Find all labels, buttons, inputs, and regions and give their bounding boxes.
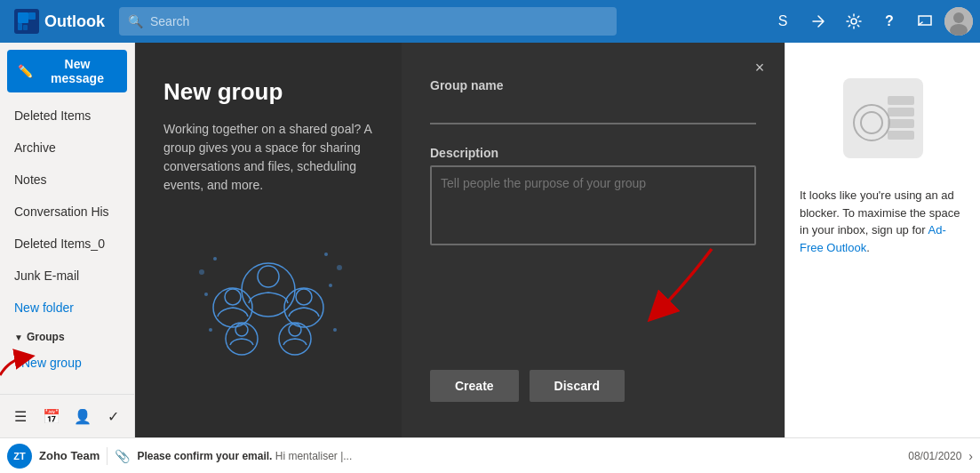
gear-icon bbox=[845, 12, 863, 30]
svg-rect-2 bbox=[18, 23, 22, 30]
description-textarea[interactable] bbox=[430, 165, 756, 245]
bottom-email-subject: Please confirm your email. Hi mentaliser… bbox=[137, 450, 352, 462]
topbar: Outlook 🔍 Search S ? bbox=[0, 0, 980, 43]
svg-point-13 bbox=[209, 328, 212, 332]
svg-point-18 bbox=[258, 266, 279, 287]
email-preview-text: Hi mentaliser |... bbox=[275, 450, 352, 462]
description-field: Description bbox=[430, 146, 756, 245]
sidebar-item-new-group[interactable]: New group bbox=[0, 347, 134, 379]
search-placeholder: Search bbox=[150, 14, 189, 28]
new-message-button[interactable]: ✏️ New message bbox=[7, 50, 127, 92]
sidebar-item-deleted-items-0[interactable]: Deleted Items_0 bbox=[0, 228, 134, 260]
sidebar-item-label: Deleted Items bbox=[14, 108, 91, 123]
sidebar-item-label: Notes bbox=[14, 172, 47, 187]
skype-icon-btn[interactable]: S bbox=[767, 5, 799, 37]
svg-point-14 bbox=[333, 328, 337, 332]
calendar-icon-btn[interactable]: 📅 bbox=[38, 402, 66, 430]
sidebar-item-label: Archive bbox=[14, 140, 56, 155]
bottom-arrow-icon[interactable]: › bbox=[968, 449, 973, 463]
bottom-sender-name: Zoho Team bbox=[39, 449, 100, 462]
group-name-field: Group name bbox=[430, 78, 756, 124]
calendar-icon: 📅 bbox=[43, 408, 60, 425]
red-arrow-modal bbox=[632, 240, 738, 329]
tasks-icon: ✓ bbox=[108, 408, 119, 425]
tasks-icon-btn[interactable]: ✓ bbox=[100, 402, 127, 430]
svg-point-7 bbox=[953, 12, 964, 23]
sidebar-item-conversation-history[interactable]: Conversation His bbox=[0, 196, 134, 228]
modal-close-button[interactable]: × bbox=[745, 53, 774, 82]
svg-point-10 bbox=[324, 253, 328, 256]
feedback-icon bbox=[916, 12, 934, 30]
hamburger-button[interactable]: ☰ bbox=[7, 402, 35, 430]
people-icon: 👤 bbox=[74, 408, 92, 425]
sidebar-item-archive[interactable]: Archive bbox=[0, 132, 134, 164]
svg-rect-33 bbox=[888, 131, 914, 140]
feedback-icon-btn[interactable] bbox=[909, 5, 941, 37]
modal-actions: Create Discard bbox=[430, 370, 756, 402]
sidebar-item-new-folder[interactable]: New folder bbox=[0, 292, 134, 324]
attachment-icon: 📎 bbox=[115, 449, 130, 463]
content-area: × New group Working together on a shared… bbox=[135, 43, 980, 437]
svg-rect-4 bbox=[28, 12, 36, 20]
notice-suffix: . bbox=[866, 241, 870, 254]
svg-rect-30 bbox=[888, 96, 914, 105]
search-bar[interactable]: 🔍 Search bbox=[119, 7, 617, 36]
sidebar: ✏️ New message Deleted Items Archive Not… bbox=[0, 43, 135, 437]
modal-description: Working together on a shared goal? A gro… bbox=[163, 120, 373, 195]
sidebar-item-junk-email[interactable]: Junk E-mail bbox=[0, 260, 134, 292]
sidebar-item-notes[interactable]: Notes bbox=[0, 164, 134, 196]
modal-overlay: × New group Working together on a shared… bbox=[135, 43, 980, 437]
discard-button[interactable]: Discard bbox=[530, 370, 625, 402]
svg-point-20 bbox=[225, 289, 241, 305]
modal-illustration bbox=[163, 223, 373, 365]
group-name-label: Group name bbox=[430, 78, 756, 92]
svg-point-9 bbox=[213, 257, 217, 261]
help-icon-btn[interactable]: ? bbox=[873, 5, 905, 37]
outlook-logo-icon bbox=[14, 9, 39, 34]
new-group-dialog: × New group Working together on a shared… bbox=[135, 43, 785, 437]
new-group-label: New group bbox=[21, 356, 82, 370]
svg-rect-3 bbox=[23, 25, 28, 30]
svg-point-16 bbox=[199, 269, 204, 275]
settings-icon-btn[interactable] bbox=[838, 5, 870, 37]
main-area: ✏️ New message Deleted Items Archive Not… bbox=[0, 43, 980, 437]
share-icon-btn[interactable] bbox=[802, 5, 834, 37]
groups-section-header[interactable]: ▼ Groups bbox=[0, 324, 134, 347]
modal-left-panel: New group Working together on a shared g… bbox=[135, 43, 402, 437]
app-name: Outlook bbox=[44, 12, 105, 31]
group-illustration bbox=[188, 223, 348, 365]
people-icon-btn[interactable]: 👤 bbox=[69, 402, 97, 430]
new-message-icon: ✏️ bbox=[18, 64, 33, 78]
right-panel: It looks like you're using an ad blocker… bbox=[785, 43, 980, 437]
svg-point-12 bbox=[204, 293, 208, 296]
svg-point-11 bbox=[329, 284, 332, 287]
user-avatar[interactable] bbox=[944, 7, 973, 36]
sidebar-item-label: New folder bbox=[14, 301, 74, 315]
sidebar-item-label: Conversation His bbox=[14, 204, 109, 219]
ad-blocker-notice: It looks like you're using an ad blocker… bbox=[800, 187, 966, 256]
sidebar-item-deleted-items[interactable]: Deleted Items bbox=[0, 100, 134, 132]
modal-right-panel: Group name Description bbox=[402, 43, 785, 437]
avatar-image bbox=[944, 7, 973, 36]
svg-point-15 bbox=[337, 265, 342, 270]
groups-label: Groups bbox=[27, 331, 65, 343]
app-logo: Outlook bbox=[7, 9, 112, 34]
sidebar-bottom: ☰ 📅 👤 ✓ bbox=[0, 394, 134, 437]
outlook-promo-graphic bbox=[800, 60, 966, 176]
create-button[interactable]: Create bbox=[430, 370, 519, 402]
bottom-avatar-initials: ZT bbox=[13, 451, 25, 461]
email-subject-text: Please confirm your email. bbox=[137, 450, 272, 462]
hamburger-icon: ☰ bbox=[14, 408, 27, 425]
group-name-input[interactable] bbox=[430, 98, 756, 124]
bottom-sender-avatar: ZT bbox=[7, 444, 32, 469]
description-label: Description bbox=[430, 146, 756, 160]
svg-point-17 bbox=[242, 263, 295, 317]
outlook-promo-icon bbox=[843, 78, 923, 158]
search-icon: 🔍 bbox=[128, 14, 143, 28]
share-icon bbox=[809, 12, 827, 30]
bottom-separator bbox=[107, 447, 108, 465]
modal-title: New group bbox=[163, 78, 373, 106]
svg-point-22 bbox=[296, 289, 312, 305]
sidebar-nav: Deleted Items Archive Notes Conversation… bbox=[0, 100, 134, 394]
arrow-space bbox=[430, 267, 756, 349]
